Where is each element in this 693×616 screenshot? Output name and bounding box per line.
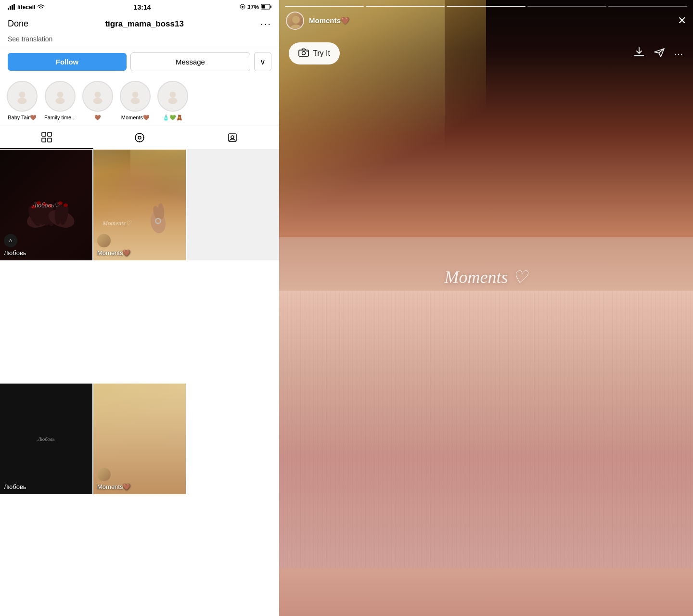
story-header: Moments🤎 ✕ [279,7,693,35]
highlight-item-5[interactable]: 🧴💚🧸 [157,81,188,121]
tab-row [0,126,279,150]
svg-point-24 [138,136,141,139]
svg-point-23 [135,133,144,142]
svg-rect-21 [42,138,46,142]
cell-label-5: Moments🤎 [97,468,130,490]
cell-overlay-text-1: Любовь♡ [32,201,60,209]
download-icon[interactable] [633,46,645,61]
try-it-label: Try It [313,49,330,58]
follow-button[interactable]: Follow [8,53,127,71]
highlight-circle-2 [45,81,76,112]
svg-rect-19 [42,132,46,136]
story-footer: Try It ··· [279,35,693,76]
svg-rect-2 [12,5,13,10]
grid-cell-3[interactable] [187,150,279,260]
svg-point-49 [292,16,300,24]
svg-point-14 [93,98,103,104]
grid-cell-4[interactable]: Любовь Любовь [0,384,92,494]
grid-cell-2[interactable]: Moments♡ Moments🤎 [93,150,186,260]
highlight-circle-3 [82,81,113,112]
location-icon [240,4,245,11]
left-panel: lifecell 13:14 37% Done tigra_mama_boss1… [0,0,279,616]
highlight-label-1: Baby Tair🤎 [8,115,37,121]
highlights-row: Baby Tair🤎 Family time... 🤎 Moments🤎 🧴💚 [0,76,279,126]
svg-rect-22 [48,138,51,142]
see-translation-bar[interactable]: See translation [0,33,279,47]
svg-rect-8 [261,5,265,8]
story-username: Moments🤎 [309,16,350,25]
battery-label: 37% [247,4,259,11]
action-row: Follow Message ∨ [0,47,279,76]
more-options-button[interactable]: ··· [260,18,271,29]
svg-point-17 [170,91,176,98]
svg-point-9 [19,91,26,98]
chevron-down-icon: ∨ [260,57,266,66]
cell-overlay-text-2: Moments♡ [103,219,131,227]
profile-username: tigra_mama_boss13 [105,19,183,29]
svg-point-10 [17,98,26,104]
tab-tagged[interactable] [186,126,279,149]
svg-point-53 [307,51,308,52]
highlight-item-4[interactable]: Moments🤎 [120,81,151,121]
close-button[interactable]: ✕ [678,14,686,27]
svg-point-11 [57,91,63,98]
highlight-circle-5 [157,81,188,112]
grid-cell-1[interactable]: Любовь♡ A Любовь [0,150,92,260]
highlight-label-2: Family time... [44,115,76,120]
svg-point-12 [55,98,64,104]
highlight-item-1[interactable]: Baby Tair🤎 [7,81,38,121]
done-button[interactable]: Done [8,19,28,29]
cell-label-2: Moments🤎 [97,234,130,257]
tab-grid[interactable] [0,126,93,149]
svg-point-15 [132,91,139,98]
cell-label-1: A Любовь [4,234,26,257]
right-panel: Moments🤎 ✕ Moments ♡ Try It [279,0,693,616]
highlight-circle-4 [120,81,151,112]
cell-label-4: Любовь [4,483,26,490]
highlight-circle-1 [7,81,38,112]
svg-point-50 [290,25,302,30]
svg-point-43 [64,204,68,207]
try-it-button[interactable]: Try It [289,42,340,64]
signal-icon [8,4,15,11]
svg-rect-1 [10,6,11,10]
posts-grid: Любовь♡ A Любовь [0,150,279,616]
top-nav: Done tigra_mama_boss13 ··· [0,14,279,33]
grid-cell-5[interactable]: Moments🤎 [93,384,186,494]
more-options-icon[interactable]: ··· [674,48,683,59]
svg-rect-20 [48,132,51,136]
message-button[interactable]: Message [130,52,250,71]
status-bar: lifecell 13:14 37% [0,0,279,14]
highlight-label-3: 🤎 [94,115,101,121]
highlight-label-5: 🧴💚🧸 [163,115,183,121]
battery-icon [261,4,271,11]
story-avatar [286,12,304,30]
camera-icon [298,48,309,59]
status-left: lifecell [8,4,45,11]
wifi-icon [37,4,45,11]
svg-rect-0 [8,8,9,10]
svg-point-16 [131,98,140,104]
svg-rect-7 [270,5,271,8]
svg-rect-3 [13,4,15,10]
story-moments-text: Moments ♡ [445,267,528,287]
svg-point-5 [242,6,244,8]
highlight-item-2[interactable]: Family time... [44,81,76,121]
carrier-label: lifecell [17,4,35,11]
story-actions: ··· [633,46,683,61]
highlight-label-4: Moments🤎 [121,115,150,121]
svg-point-13 [95,91,101,98]
status-right: 37% [240,4,271,11]
dropdown-button[interactable]: ∨ [254,52,271,71]
highlight-item-3[interactable]: 🤎 [82,81,113,121]
svg-rect-54 [634,55,644,56]
story-user-info: Moments🤎 [286,12,350,30]
tab-reels[interactable] [93,126,186,149]
story-progress-bars [279,0,693,7]
send-icon[interactable] [654,46,665,61]
svg-point-18 [168,98,178,104]
svg-point-30 [231,136,234,139]
status-time: 13:14 [134,3,151,11]
